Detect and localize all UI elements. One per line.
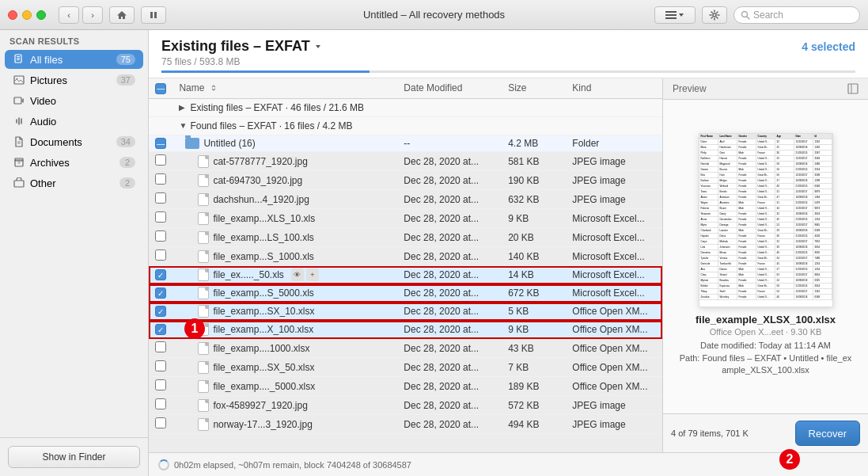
table-row[interactable]: file_examp...._5000.xlsx Dec 28, 2020 at… <box>149 377 662 396</box>
table-row[interactable]: fox-4589927_1920.jpg Dec 28, 2020 at...5… <box>149 396 662 415</box>
table-row[interactable]: norway-17...3_1920.jpg Dec 28, 2020 at..… <box>149 415 662 434</box>
file-icon <box>198 268 209 281</box>
file-checkbox-11[interactable] <box>155 360 166 371</box>
show-in-finder-button[interactable]: Show in Finder <box>8 446 140 468</box>
items-count-label: 4 of 79 items, 701 K <box>671 428 749 438</box>
svg-rect-14 <box>14 97 21 104</box>
back-button[interactable]: ‹ <box>59 6 79 24</box>
archives-label: Archives <box>30 157 115 169</box>
table-row[interactable]: cat-5778777_1920.jpg Dec 28, 2020 at...5… <box>149 152 662 171</box>
maximize-button[interactable] <box>36 10 46 20</box>
file-checkbox-6-checked[interactable]: ✓ <box>155 269 166 280</box>
table-row[interactable]: ✓ file_examp...X_100.xlsx Dec 28, 2020 a… <box>149 321 662 339</box>
file-checkbox-10[interactable] <box>155 341 166 352</box>
file-checkbox-3[interactable] <box>155 211 166 223</box>
group-header-existing[interactable]: ▶ Existing files – EXFAT · 46 files / 21… <box>149 98 662 116</box>
titlebar-right: Search <box>654 6 860 24</box>
sidebar-item-audio[interactable]: Audio <box>5 112 143 131</box>
file-icon <box>198 399 209 412</box>
recover-button[interactable]: Recover <box>795 421 860 446</box>
minimize-button[interactable] <box>22 10 32 20</box>
file-checkbox-4[interactable] <box>155 230 166 242</box>
table-row[interactable]: ✓ file_ex....._50.xls 👁 + Dec 28, 202 <box>149 266 662 284</box>
all-files-count: 75 <box>116 54 135 65</box>
sidebar-item-pictures[interactable]: Pictures 37 <box>5 70 143 89</box>
pause-button[interactable] <box>141 6 166 24</box>
folder-checkbox[interactable]: — <box>155 138 166 149</box>
documents-count: 34 <box>116 136 135 147</box>
close-button[interactable] <box>8 10 17 20</box>
file-icon <box>198 380 209 393</box>
file-checkbox-8-checked[interactable]: ✓ <box>155 306 166 317</box>
all-files-label: All files <box>30 54 112 66</box>
preview-footer: 4 of 79 items, 701 K Recover <box>663 413 868 452</box>
archives-count: 2 <box>119 157 135 168</box>
archives-icon <box>13 156 25 169</box>
svg-rect-4 <box>665 17 677 19</box>
settings-button[interactable] <box>702 6 727 24</box>
size-column-header[interactable]: Size <box>502 78 566 98</box>
eye-icon[interactable]: 👁 <box>291 268 304 281</box>
file-checkbox-1[interactable] <box>155 173 166 185</box>
table-row[interactable]: file_examp...S_1000.xls Dec 28, 2020 at.… <box>149 247 662 266</box>
nav-buttons: ‹ › <box>59 6 103 24</box>
date-column-header[interactable]: Date Modified <box>397 78 502 98</box>
table-row[interactable]: cat-694730_1920.jpg Dec 28, 2020 at...19… <box>149 171 662 190</box>
file-checkbox-2[interactable] <box>155 192 166 204</box>
sidebar-footer: Show in Finder <box>0 437 148 476</box>
plus-icon[interactable]: + <box>306 268 319 281</box>
file-checkbox-12[interactable] <box>155 379 166 390</box>
file-checkbox-14[interactable] <box>155 417 166 428</box>
preview-filename: file_example_XLSX_100.xlsx <box>689 314 842 326</box>
table-row[interactable]: file_examp...XLS_10.xls Dec 28, 2020 at.… <box>149 209 662 228</box>
file-checkbox-7-checked[interactable]: ✓ <box>155 288 166 299</box>
file-checkbox-5[interactable] <box>155 249 166 261</box>
traffic-lights <box>8 10 46 20</box>
file-table-wrapper: — Name Date Modified Size Kind <box>149 78 662 452</box>
svg-rect-0 <box>150 12 153 18</box>
file-checkbox-13[interactable] <box>155 398 166 409</box>
forward-button[interactable]: › <box>82 6 103 24</box>
table-row[interactable]: ✓ file_examp...SX_10.xlsx Dec 28, 2020 a… <box>149 303 662 321</box>
pictures-icon <box>13 74 25 86</box>
select-all-checkbox[interactable]: — <box>155 83 166 94</box>
name-column-header[interactable]: Name <box>172 78 397 98</box>
sidebar-item-other[interactable]: Other 2 <box>5 173 143 192</box>
table-row[interactable]: file_examp...LS_100.xls Dec 28, 2020 at.… <box>149 228 662 247</box>
step-badge-1: 1 <box>184 318 205 339</box>
file-icon <box>198 305 209 318</box>
view-toggle[interactable] <box>654 6 696 24</box>
progress-fill <box>161 70 370 73</box>
table-row[interactable]: file_examp...SX_50.xlsx Dec 28, 2020 at.… <box>149 358 662 377</box>
status-bar: 0h02m elapsed, ~0h07m remain, block 7404… <box>149 452 868 476</box>
sidebar-item-all-files[interactable]: All files 75 <box>5 50 143 69</box>
window-title: Untitled – All recovery methods <box>363 9 505 21</box>
table-row[interactable]: file_examp....1000.xlsx Dec 28, 2020 at.… <box>149 339 662 358</box>
home-button[interactable] <box>109 6 135 24</box>
file-icon <box>198 361 209 374</box>
preview-expand-icon[interactable] <box>847 83 859 94</box>
search-box[interactable]: Search <box>733 6 860 24</box>
documents-label: Documents <box>30 136 112 148</box>
table-row[interactable]: dachshun...4_1920.jpg Dec 28, 2020 at...… <box>149 190 662 209</box>
file-icon <box>198 287 209 299</box>
file-icon <box>198 155 209 168</box>
folder-size: 4.2 MB <box>502 135 566 152</box>
preview-header: Preview <box>663 78 868 100</box>
file-checkbox-9-checked[interactable]: ✓ <box>155 324 166 335</box>
file-icon <box>198 231 209 244</box>
svg-rect-21 <box>14 181 24 187</box>
sidebar-item-archives[interactable]: Archives 2 <box>5 153 143 172</box>
sidebar-item-documents[interactable]: Documents 34 <box>5 132 143 151</box>
kind-column-header[interactable]: Kind <box>566 78 662 98</box>
audio-label: Audio <box>30 116 135 128</box>
sidebar: Scan results All files 75 Pictures 37 Vi… <box>0 30 149 476</box>
pictures-label: Pictures <box>30 74 112 86</box>
group-header-found[interactable]: ▼ Found files – EXFAT · 16 files / 4.2 M… <box>149 116 662 135</box>
folder-row-untitled[interactable]: — Untitled (16) -- 4.2 MB Folder <box>149 135 662 152</box>
content-title: Existing files – EXFAT <box>161 38 323 55</box>
sidebar-item-video[interactable]: Video <box>5 91 143 110</box>
file-checkbox-0[interactable] <box>155 154 166 166</box>
main-area: Scan results All files 75 Pictures 37 Vi… <box>0 30 868 476</box>
table-row[interactable]: ✓ file_examp...S_5000.xls Dec 28, 2020 a… <box>149 284 662 303</box>
